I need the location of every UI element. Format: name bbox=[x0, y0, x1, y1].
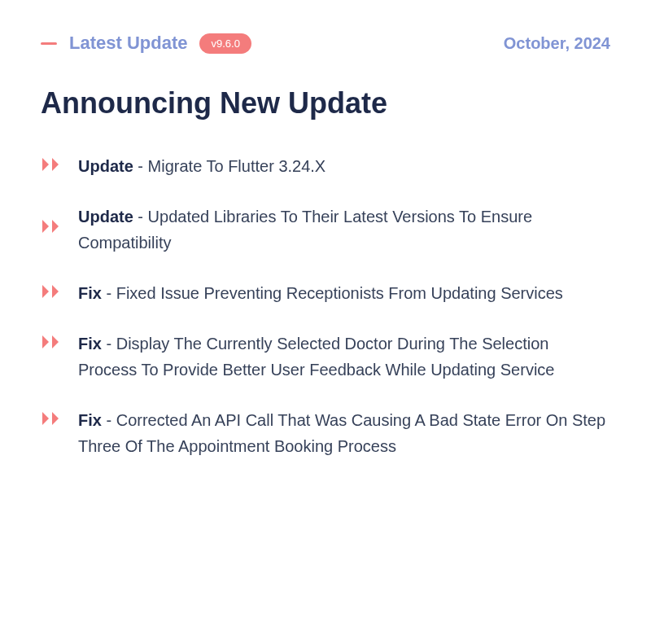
header-row: Latest Update v9.6.0 October, 2024 bbox=[41, 33, 610, 54]
changelog-item: Fix - Display The Currently Selected Doc… bbox=[41, 331, 610, 383]
changelog-item-text: Update - Updated Libraries To Their Late… bbox=[78, 204, 610, 256]
header-left: Latest Update v9.6.0 bbox=[41, 33, 251, 54]
changelog-item-text: Update - Migrate To Flutter 3.24.X bbox=[78, 153, 326, 179]
changelog-item: Update - Migrate To Flutter 3.24.X bbox=[41, 153, 610, 179]
double-chevron-right-icon bbox=[41, 410, 63, 427]
version-badge: v9.6.0 bbox=[199, 33, 251, 54]
changelog-item: Fix - Corrected An API Call That Was Cau… bbox=[41, 407, 610, 459]
changelog-item-prefix: Update bbox=[78, 208, 133, 226]
double-chevron-right-icon bbox=[41, 283, 63, 300]
changelog-item-body: Corrected An API Call That Was Causing A… bbox=[78, 411, 605, 455]
changelog-item-body: Updated Libraries To Their Latest Versio… bbox=[78, 208, 532, 252]
changelog-item-text: Fix - Fixed Issue Preventing Receptionis… bbox=[78, 280, 563, 306]
page-title: Announcing New Update bbox=[41, 86, 610, 120]
changelog-item-body: Display The Currently Selected Doctor Du… bbox=[78, 335, 554, 379]
changelog-item-prefix: Fix bbox=[78, 411, 102, 429]
changelog-item: Fix - Fixed Issue Preventing Receptionis… bbox=[41, 280, 610, 306]
dash-icon bbox=[41, 42, 57, 45]
section-label: Latest Update bbox=[69, 33, 187, 54]
double-chevron-right-icon bbox=[41, 218, 63, 234]
double-chevron-right-icon bbox=[41, 156, 63, 173]
changelog-item-text: Fix - Display The Currently Selected Doc… bbox=[78, 331, 610, 383]
changelog-item-text: Fix - Corrected An API Call That Was Cau… bbox=[78, 407, 610, 459]
changelog-list: Update - Migrate To Flutter 3.24.X Updat… bbox=[41, 153, 610, 459]
changelog-item-prefix: Fix bbox=[78, 284, 102, 302]
changelog-item-body: Migrate To Flutter 3.24.X bbox=[148, 157, 326, 175]
changelog-item-prefix: Fix bbox=[78, 335, 102, 353]
release-date: October, 2024 bbox=[504, 34, 610, 53]
changelog-item-prefix: Update bbox=[78, 157, 133, 175]
changelog-item-body: Fixed Issue Preventing Receptionists Fro… bbox=[116, 284, 563, 302]
changelog-item: Update - Updated Libraries To Their Late… bbox=[41, 204, 610, 256]
double-chevron-right-icon bbox=[41, 334, 63, 350]
